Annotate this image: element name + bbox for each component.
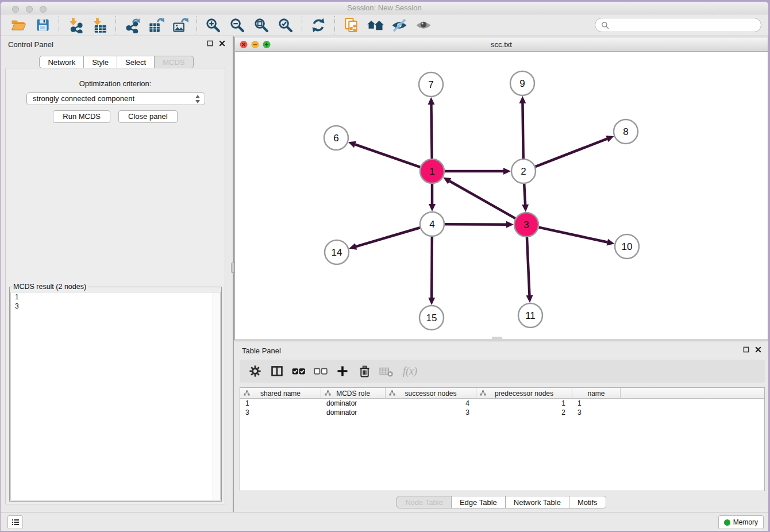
table-row[interactable]: 1dominator411 xyxy=(240,399,764,408)
graph-edge-2-3[interactable] xyxy=(524,184,525,205)
graph-edge-3-11[interactable] xyxy=(527,237,529,295)
graph-edge-2-9[interactable] xyxy=(522,103,523,159)
tab-mcds[interactable]: MCDS xyxy=(155,56,193,68)
refresh-icon[interactable] xyxy=(310,17,327,34)
toolbar-separator xyxy=(197,16,197,34)
table-cell[interactable]: 1 xyxy=(572,399,621,408)
float-table-panel-icon[interactable] xyxy=(743,346,749,353)
mcds-result-box: MCDS result (2 nodes) 13 xyxy=(9,283,222,502)
unselect-all-columns-icon[interactable] xyxy=(312,363,329,379)
result-scrollbar[interactable] xyxy=(213,292,220,500)
home-icon[interactable] xyxy=(367,17,384,34)
tab-network-table[interactable]: Network Table xyxy=(506,496,569,508)
show-columns-icon[interactable] xyxy=(268,363,286,379)
network-canvas[interactable]: 7968124314101511 xyxy=(235,52,768,340)
add-column-icon[interactable] xyxy=(334,363,351,379)
show-all-icon[interactable] xyxy=(415,17,432,34)
delete-table-icon[interactable] xyxy=(378,363,395,379)
run-mcds-button[interactable]: Run MCDS xyxy=(53,110,110,123)
function-builder-icon[interactable]: f(x) xyxy=(399,363,417,379)
mcds-result-list: 13 xyxy=(10,292,221,500)
graph-edge-4-3[interactable] xyxy=(445,224,506,225)
table-cell[interactable]: 3 xyxy=(240,408,321,417)
mcds-result-title: MCDS result (2 nodes) xyxy=(11,283,88,291)
select-all-columns-icon[interactable] xyxy=(290,363,307,379)
table-cell[interactable]: 1 xyxy=(240,399,321,408)
close-table-panel-icon[interactable] xyxy=(755,346,761,353)
export-network-icon[interactable] xyxy=(124,17,141,34)
window-title: Session: New Session xyxy=(1,3,768,12)
save-session-icon[interactable] xyxy=(34,17,51,34)
tab-style[interactable]: Style xyxy=(84,56,117,68)
status-bar: Memory xyxy=(1,512,768,531)
graph-edge-arrow-1-7 xyxy=(428,97,434,105)
graph-edge-arrow-4-3 xyxy=(506,221,514,228)
delete-column-icon[interactable] xyxy=(356,363,373,379)
zoom-selected-icon[interactable] xyxy=(277,17,294,34)
criterion-select[interactable]: strongly connected component xyxy=(26,92,205,105)
clone-network-icon[interactable] xyxy=(342,17,360,34)
graph-node-label-11: 11 xyxy=(525,310,536,321)
zoom-fit-icon[interactable] xyxy=(253,17,270,34)
column-header-predecessor-nodes[interactable]: predecessor nodes xyxy=(476,388,572,399)
graph-node-label-9: 9 xyxy=(519,78,525,89)
network-view-window: scc.txt 7968124314101511 xyxy=(234,37,768,340)
open-session-icon[interactable] xyxy=(10,17,27,34)
table-row[interactable]: 3dominator323 xyxy=(240,408,764,417)
tab-motifs[interactable]: Motifs xyxy=(569,496,606,508)
tab-node-table[interactable]: Node Table xyxy=(396,496,452,508)
network-graph[interactable]: 7968124314101511 xyxy=(235,52,768,340)
close-panel-button[interactable]: Close panel xyxy=(118,110,178,123)
task-history-button[interactable] xyxy=(7,515,23,529)
hide-selected-icon[interactable] xyxy=(391,17,408,34)
table-settings-icon[interactable] xyxy=(247,363,264,379)
graph-node-label-15: 15 xyxy=(426,313,437,323)
column-header-shared-name[interactable]: shared name xyxy=(240,388,321,399)
zoom-out-icon[interactable] xyxy=(229,17,246,34)
column-header-successor-nodes[interactable]: successor nodes xyxy=(386,388,476,399)
close-panel-icon[interactable] xyxy=(219,40,225,47)
table-cell[interactable]: dominator xyxy=(321,408,386,417)
tree-icon xyxy=(480,390,486,396)
tab-select[interactable]: Select xyxy=(117,56,155,68)
memory-label: Memory xyxy=(733,518,758,526)
table-cell[interactable]: 2 xyxy=(476,408,572,417)
graph-edge-1-7[interactable] xyxy=(431,105,432,159)
tree-icon xyxy=(389,390,395,396)
result-line: 3 xyxy=(11,302,220,311)
graph-edge-4-15[interactable] xyxy=(432,237,432,298)
zoom-in-icon[interactable] xyxy=(205,17,222,34)
table-cell[interactable]: 1 xyxy=(476,399,572,408)
tab-edge-table[interactable]: Edge Table xyxy=(452,496,506,508)
export-table-icon[interactable] xyxy=(148,17,165,34)
table-cell[interactable]: 4 xyxy=(386,399,476,408)
column-header-name[interactable]: name xyxy=(572,388,621,399)
graph-edge-1-6[interactable] xyxy=(355,144,420,167)
search-input[interactable] xyxy=(613,21,755,29)
export-image-icon[interactable] xyxy=(172,17,189,34)
column-header-MCDS-role[interactable]: MCDS role xyxy=(321,388,386,399)
graph-edge-2-8[interactable] xyxy=(536,139,607,167)
graph-node-label-2: 2 xyxy=(521,166,526,177)
control-panel: Control Panel NetworkStyleSelectMCDS Opt… xyxy=(1,36,232,512)
network-resize-grip[interactable] xyxy=(492,337,502,339)
graph-edge-arrow-2-9 xyxy=(519,96,526,103)
graph-node-label-8: 8 xyxy=(623,126,628,137)
node-table: shared nameMCDS rolesuccessor nodesprede… xyxy=(240,387,765,491)
graph-node-label-6: 6 xyxy=(333,133,338,144)
graph-edge-arrow-1-6 xyxy=(348,141,356,148)
graph-node-label-3: 3 xyxy=(523,219,529,230)
graph-edge-3-10[interactable] xyxy=(538,228,607,242)
table-cell[interactable]: 3 xyxy=(572,408,621,417)
memory-button[interactable]: Memory xyxy=(718,515,764,529)
graph-edge-4-14[interactable] xyxy=(356,228,420,246)
tab-network[interactable]: Network xyxy=(39,56,84,68)
graph-edge-3-1[interactable] xyxy=(449,181,515,218)
network-window-titlebar[interactable]: scc.txt xyxy=(235,37,768,52)
graph-node-label-1: 1 xyxy=(429,166,434,177)
float-panel-icon[interactable] xyxy=(207,40,213,47)
import-network-icon[interactable] xyxy=(67,17,84,34)
import-table-icon[interactable] xyxy=(91,17,108,34)
table-cell[interactable]: 3 xyxy=(386,408,476,417)
table-cell[interactable]: dominator xyxy=(321,399,386,408)
